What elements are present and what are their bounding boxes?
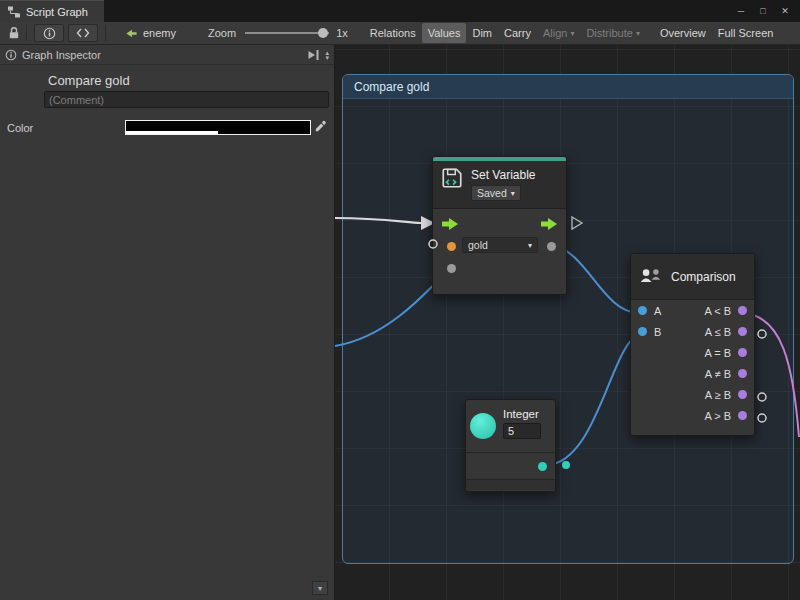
scroll-down-button[interactable]: ▾ [312,581,328,595]
node-comparison[interactable]: Comparison A A < B B A ≤ B A = B A ≠ B A… [630,253,755,436]
code-view-button[interactable] [68,24,98,42]
integer-footer [466,452,555,479]
full-screen-button[interactable]: Full Screen [712,23,780,43]
variable-kind-dropdown[interactable]: Saved ▾ [471,185,521,201]
output-label: A ≤ B [705,326,731,338]
graph-title: Compare gold [48,73,130,88]
caret-down-icon: ▾ [511,189,515,198]
toolbar-separator [26,25,27,41]
tab-label: Script Graph [26,6,88,18]
output-label: A > B [704,410,731,422]
caret-down-icon: ▾ [636,29,640,38]
comparison-row: A A < B [631,300,754,321]
graph-breadcrumb[interactable]: enemy [125,27,176,40]
input-port-a[interactable] [638,306,647,315]
graph-asset-icon [125,27,138,40]
integer-icon [470,413,496,439]
caret-down-icon: ▾ [570,29,574,38]
graph-toolbar: enemy Zoom 1x Relations Values Dim Carry… [0,22,800,45]
eyedropper-icon[interactable] [314,120,327,135]
node-title: Comparison [671,270,736,284]
code-icon [76,27,90,39]
value-output-port[interactable] [547,242,556,251]
node-title: Integer [503,408,541,420]
inspector-header-controls: ▴ ▾ [307,49,329,61]
comparison-row: A = B [631,342,754,363]
minimize-button[interactable]: ─ [731,2,751,20]
overview-button[interactable]: Overview [654,23,712,43]
integer-value-input[interactable]: 5 [503,423,541,439]
set-variable-header-text: Set Variable Saved ▾ [471,166,535,203]
toolbar-buttons: Relations Values Dim Carry Align▾ Distri… [364,23,780,43]
output-port-a-lte-b[interactable] [738,327,747,336]
zoom-label: Zoom [208,27,236,39]
comparison-icon [639,265,663,289]
zoom-slider-handle[interactable] [318,28,328,38]
flow-input-port[interactable] [442,218,458,230]
info-icon [43,27,56,40]
tab-script-graph[interactable]: Script Graph [0,0,104,22]
output-port-a-gt-b[interactable] [738,411,747,420]
caret-down-icon: ▾ [528,241,532,250]
title-bar: Script Graph ─ □ ✕ [0,0,800,22]
input-port-b[interactable] [638,327,647,336]
variable-value-port[interactable] [447,242,456,251]
dim-button[interactable]: Dim [466,23,498,43]
graph-canvas[interactable]: Compare gold Set Variable Saved ▾ [335,45,800,600]
distribute-button[interactable]: Distribute▾ [580,23,645,43]
comparison-row: A > B [631,405,754,426]
flow-output-port[interactable] [541,218,557,230]
variable-name-dropdown[interactable]: gold ▾ [462,237,538,253]
inspector-title: Graph Inspector [22,49,101,61]
comment-input[interactable] [44,91,329,108]
relations-button[interactable]: Relations [364,23,422,43]
align-button[interactable]: Align▾ [537,23,580,43]
carry-button[interactable]: Carry [498,23,537,43]
value-input-port[interactable] [447,264,456,273]
info-icon [5,49,17,61]
node-set-variable[interactable]: Set Variable Saved ▾ gold ▾ [432,156,567,295]
output-label: A ≥ B [705,389,731,401]
comparison-header: Comparison [631,254,754,300]
toolbar-separator [105,25,106,41]
color-label: Color [7,122,33,134]
values-button[interactable]: Values [422,23,467,43]
output-port-a-neq-b[interactable] [738,369,747,378]
output-label: A ≠ B [705,368,731,380]
input-label: B [654,326,661,338]
comparison-row: A ≠ B [631,363,754,384]
color-field[interactable] [125,120,311,135]
output-label: A < B [704,305,731,317]
integer-header: Integer 5 [466,400,555,452]
group-header[interactable]: Compare gold [343,75,793,99]
window-controls: ─ □ ✕ [731,0,800,22]
maximize-button[interactable]: □ [753,2,773,20]
inspector-toggle-button[interactable] [34,24,64,42]
node-integer[interactable]: Integer 5 [465,399,556,492]
zoom-slider[interactable] [245,27,329,39]
group-title: Compare gold [354,80,429,94]
output-port-a-lt-b[interactable] [738,306,747,315]
graph-name: enemy [143,27,176,39]
node-title: Set Variable [471,168,535,182]
output-port-a-gte-b[interactable] [738,390,747,399]
scroll-spinner[interactable]: ▴ ▾ [325,50,329,60]
color-swatch-value [126,121,310,131]
integer-output-port[interactable] [538,462,547,471]
integer-bottom-strip [466,479,555,490]
output-port-a-eq-b[interactable] [738,348,747,357]
lock-icon[interactable] [7,26,21,40]
script-graph-icon [7,5,21,19]
caret-down-icon[interactable]: ▾ [325,55,329,60]
graph-inspector-header: Graph Inspector ▴ ▾ [0,45,334,65]
comparison-row: B A ≤ B [631,321,754,342]
dock-panel-icon[interactable] [307,49,320,61]
comparison-row: A ≥ B [631,384,754,405]
zoom-value: 1x [336,27,348,39]
graph-inspector-panel: Graph Inspector ▴ ▾ Compare gold Color ▾ [0,45,335,600]
zoom-slider-track [245,32,329,34]
close-button[interactable]: ✕ [775,2,795,20]
set-variable-body: gold ▾ [433,209,566,294]
set-variable-header: Set Variable Saved ▾ [433,161,566,209]
output-label: A = B [704,347,731,359]
